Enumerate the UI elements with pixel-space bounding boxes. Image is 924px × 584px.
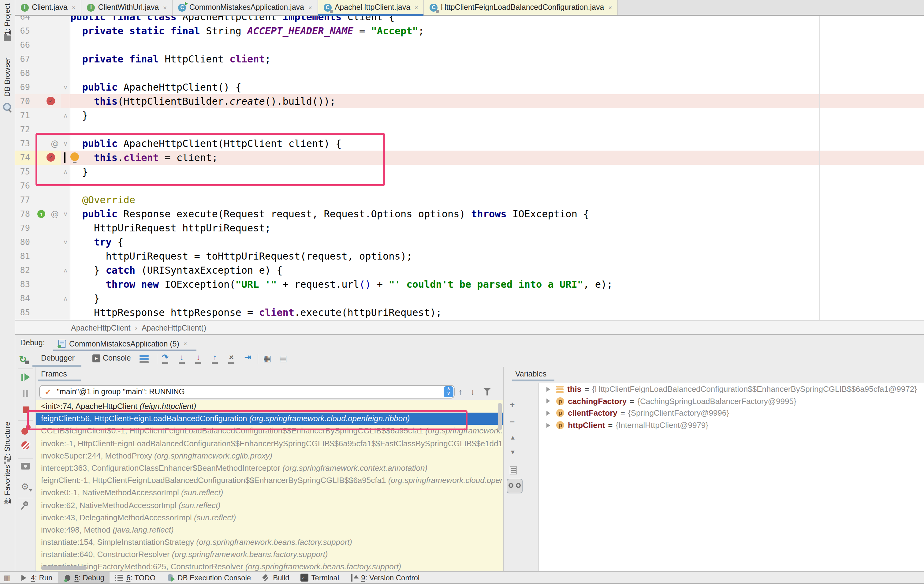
chevron-right-icon[interactable] xyxy=(546,399,550,404)
breakpoint-icon[interactable]: ✓ xyxy=(46,153,55,162)
overrides-method-icon[interactable]: ↑ xyxy=(37,210,45,218)
line-number[interactable]: 80 xyxy=(15,235,34,249)
step-over-button[interactable]: ↷ xyxy=(160,352,170,364)
step-into-button[interactable]: ↓ xyxy=(177,352,186,364)
code-line[interactable]: 76 xyxy=(15,179,924,193)
line-number[interactable]: 74 xyxy=(15,151,34,165)
editor-tab[interactable]: IClient.java× xyxy=(15,0,81,15)
view-breakpoints-button[interactable] xyxy=(21,425,31,435)
line-number[interactable]: 84 xyxy=(15,291,34,306)
line-number[interactable]: 77 xyxy=(15,193,34,207)
code-line[interactable]: 66 xyxy=(15,38,924,52)
line-number[interactable]: 67 xyxy=(15,52,34,66)
frames-title[interactable]: Frames xyxy=(41,370,67,378)
line-number[interactable]: 81 xyxy=(15,249,34,263)
close-icon[interactable]: × xyxy=(163,4,167,11)
fold-marker-icon[interactable]: ∨ xyxy=(61,207,70,221)
run-to-cursor-button[interactable]: ⇥ xyxy=(243,352,253,364)
breadcrumb-method[interactable]: ApacheHttpClient() xyxy=(142,324,206,332)
line-number[interactable]: 68 xyxy=(15,66,34,80)
code-line[interactable]: 84∧ } xyxy=(15,291,924,306)
toolwindow-db-browser-label[interactable]: DB Browser xyxy=(3,58,12,97)
toolwindow-toggle-icon[interactable]: ▦ xyxy=(4,573,11,582)
statusbar-item-vcs[interactable]: 9: Version Control xyxy=(345,572,425,583)
line-number[interactable]: 83 xyxy=(15,277,34,291)
editor-tab[interactable]: CApacheHttpClient.java× xyxy=(318,0,424,15)
remove-watch-button[interactable]: − xyxy=(510,417,515,427)
line-number[interactable]: 69 xyxy=(15,80,34,94)
layout-options-icon[interactable] xyxy=(140,355,149,362)
stack-frame-row[interactable]: invoke:498, Method (java.lang.reflect) xyxy=(36,524,503,536)
tab-console[interactable]: Console xyxy=(103,354,131,362)
fold-marker-icon[interactable]: ∨ xyxy=(61,80,70,94)
stack-frame-row[interactable]: feignClient:-1, HttpClientFeignLoadBalan… xyxy=(36,475,503,487)
variable-row[interactable]: pclientFactory={SpringClientFactory@9996… xyxy=(539,407,924,419)
close-icon[interactable]: × xyxy=(608,4,612,11)
code-line[interactable]: 75∧ } xyxy=(15,165,924,179)
chevron-right-icon[interactable] xyxy=(546,387,550,392)
glasses-watch-icon[interactable] xyxy=(507,479,523,493)
code-line[interactable]: 81 httpUriRequest = toHttpUriRequest(req… xyxy=(15,249,924,263)
stack-frame-row[interactable]: instantiate:640, ConstructorResolver (or… xyxy=(36,549,503,561)
code-line[interactable]: 83 throw new IOException("URL '" + reque… xyxy=(15,277,924,291)
code-line[interactable]: 79 HttpUriRequest httpUriRequest; xyxy=(15,221,924,235)
frames-horizontal-scrollbar[interactable] xyxy=(41,566,87,570)
step-out-button[interactable]: ↑ xyxy=(210,352,219,364)
line-number[interactable]: 79 xyxy=(15,221,34,235)
filter-frames-icon[interactable] xyxy=(483,388,491,395)
evaluate-expression-button[interactable]: ▦ xyxy=(263,353,271,363)
toolwindow-structure-label[interactable]: 7: Structure xyxy=(3,422,12,460)
line-number[interactable]: 73 xyxy=(15,137,34,151)
chevron-right-icon[interactable] xyxy=(546,411,550,416)
code-line[interactable]: 73@∨ public ApacheHttpClient(HttpClient … xyxy=(15,137,924,151)
variable-row[interactable]: pcachingFactory={CachingSpringLoadBalanc… xyxy=(539,395,924,407)
pause-button[interactable] xyxy=(21,388,31,398)
line-number[interactable]: 72 xyxy=(15,122,34,137)
intention-bulb-icon[interactable] xyxy=(70,152,79,161)
variable-row[interactable]: this={HttpClientFeignLoadBalancedConfigu… xyxy=(539,383,924,395)
fold-marker-icon[interactable]: ∧ xyxy=(61,165,70,179)
code-line[interactable]: 72 xyxy=(15,122,924,137)
code-line[interactable]: 69∨ public ApacheHttpClient() { xyxy=(15,80,924,94)
pin-button[interactable] xyxy=(21,501,31,511)
code-line[interactable]: 82∧ } catch (URISyntaxException e) { xyxy=(15,263,924,277)
toolwindow-project-label[interactable]: 1: Project xyxy=(3,3,12,34)
line-number[interactable]: 70 xyxy=(15,94,34,108)
code-line[interactable]: 64public final class ApacheHttpClient im… xyxy=(15,16,924,24)
debug-session-tab[interactable]: CommonMistakesApplication (5) × xyxy=(53,336,192,351)
line-number[interactable]: 64 xyxy=(15,16,34,24)
add-watch-button[interactable]: + xyxy=(510,400,515,410)
stack-frame-row[interactable]: feignClient:56, HttpClientFeignLoadBalan… xyxy=(36,413,503,425)
statusbar-item-build[interactable]: Build xyxy=(256,572,295,583)
stack-frame-row[interactable]: invoke:62, NativeMethodAccessorImpl (sun… xyxy=(36,499,503,511)
close-icon[interactable]: × xyxy=(183,340,187,347)
gear-icon[interactable]: ⚙ xyxy=(21,482,31,491)
editor-tab[interactable]: CCommonMistakesApplication.java× xyxy=(173,0,318,15)
close-icon[interactable]: × xyxy=(309,4,312,11)
close-icon[interactable]: × xyxy=(72,4,76,11)
mute-breakpoints-button[interactable] xyxy=(21,441,31,450)
stack-frame-row[interactable]: invoke0:-1, NativeMethodAccessorImpl (su… xyxy=(36,487,503,499)
combo-spinner-icon[interactable]: ∧∨ xyxy=(444,386,454,397)
copy-stack-icon[interactable] xyxy=(510,467,517,475)
stack-frame-row[interactable]: invoke:43, DelegatingMethodAccessorImpl … xyxy=(36,511,503,524)
tab-debugger[interactable]: Debugger xyxy=(41,354,75,362)
stack-frame-row[interactable]: invokeSuper:244, MethodProxy (org.spring… xyxy=(36,450,503,462)
stack-frame-row[interactable]: <init>:74, ApacheHttpClient (feign.httpc… xyxy=(36,400,503,413)
line-number[interactable]: 78 xyxy=(15,207,34,221)
code-line[interactable]: 70✓ this(HttpClientBuilder.create().buil… xyxy=(15,94,924,108)
line-number[interactable]: 82 xyxy=(15,263,34,277)
fold-marker-icon[interactable]: ∨ xyxy=(61,235,70,249)
next-frame-button[interactable]: ↓ xyxy=(470,387,475,397)
stack-frame-row[interactable]: intercept:363, ConfigurationClassEnhance… xyxy=(36,462,503,475)
code-line[interactable]: 78↑@∨ public Response execute(Request re… xyxy=(15,207,924,221)
line-number[interactable]: 66 xyxy=(15,38,34,52)
stack-frame-row[interactable]: invoke:-1, HttpClientFeignLoadBalancedCo… xyxy=(36,437,503,450)
move-up-button[interactable]: ▲ xyxy=(510,434,516,441)
code-line[interactable]: 74✓ this.client = client; xyxy=(15,151,924,165)
code-editor[interactable]: 64public final class ApacheHttpClient im… xyxy=(15,16,924,320)
statusbar-item-todo[interactable]: 6: TODO xyxy=(110,572,161,583)
drop-frame-button[interactable]: × xyxy=(226,352,236,364)
code-line[interactable]: 71∧ } xyxy=(15,108,924,122)
fold-marker-icon[interactable]: ∧ xyxy=(61,263,70,277)
